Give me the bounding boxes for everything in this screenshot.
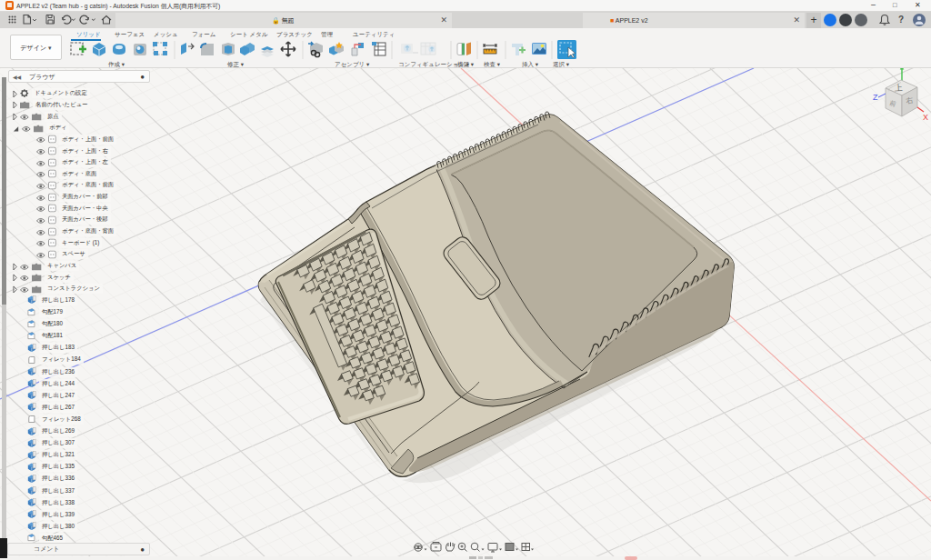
svg-text:Z: Z: [873, 93, 878, 102]
svg-text:X: X: [923, 113, 928, 122]
svg-text:上: 上: [894, 83, 903, 93]
